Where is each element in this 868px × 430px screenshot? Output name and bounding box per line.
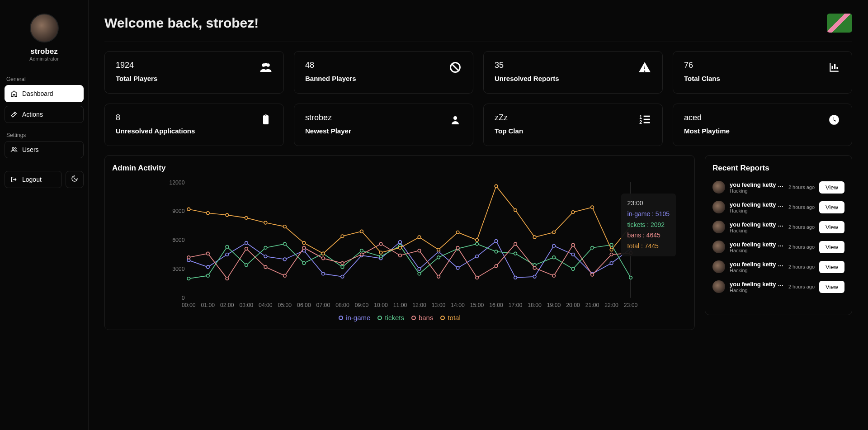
view-button[interactable]: View	[819, 241, 844, 253]
users-icon	[10, 146, 18, 153]
stat-value: zZz	[495, 113, 523, 123]
stat-value: 35	[495, 61, 559, 70]
view-button[interactable]: View	[819, 281, 844, 293]
svg-point-51	[322, 272, 325, 275]
legend-item[interactable]: tickets	[377, 314, 404, 321]
svg-point-136	[571, 211, 575, 214]
view-button[interactable]: View	[819, 221, 844, 233]
sidebar-item-label: Dashboard	[22, 90, 53, 97]
stat-label: Most Playtime	[684, 127, 730, 135]
chart-title: Admin Activity	[112, 164, 687, 173]
svg-point-93	[207, 252, 210, 255]
svg-point-131	[476, 239, 479, 242]
stat-label: Newest Player	[305, 127, 351, 135]
svg-point-46	[226, 253, 229, 256]
report-item: you feeling ketty rrr... Hacking 2 hours…	[712, 277, 844, 297]
stat-card[interactable]: strobez Newest Player	[294, 104, 473, 146]
report-item: you feeling ketty rrr... Hacking 2 hours…	[712, 257, 844, 277]
svg-point-78	[379, 255, 382, 258]
svg-text:04:00: 04:00	[259, 302, 273, 308]
svg-point-119	[245, 217, 248, 220]
sidebar: strobez Administrator General Dashboard …	[0, 0, 89, 430]
ban-icon	[448, 61, 462, 74]
svg-point-56	[418, 267, 421, 270]
sidebar-item-actions[interactable]: Actions	[5, 106, 84, 123]
svg-point-98	[302, 246, 306, 250]
legend-item[interactable]: bans	[411, 314, 434, 321]
chart-area[interactable]: 03000600090001200000:0001:0002:0003:0004…	[112, 177, 687, 313]
report-title: you feeling ketty rrr...	[730, 221, 784, 228]
report-time: 2 hours ago	[788, 184, 815, 190]
legend-label: bans	[419, 314, 434, 321]
svg-text:08:00: 08:00	[335, 302, 349, 308]
divider	[104, 42, 852, 42]
view-button[interactable]: View	[819, 261, 844, 273]
legend-item[interactable]: in-game	[339, 314, 370, 321]
avatar	[712, 221, 725, 233]
svg-point-74	[302, 262, 306, 265]
report-category: Hacking	[730, 228, 784, 233]
logout-label: Logout	[22, 176, 42, 183]
report-time: 2 hours ago	[788, 244, 815, 250]
stat-card[interactable]: 8 Unresolved Applications	[104, 104, 284, 146]
svg-text:0: 0	[182, 295, 185, 301]
stat-value: 1924	[116, 61, 157, 70]
svg-point-117	[207, 212, 210, 215]
svg-text:18:00: 18:00	[528, 302, 542, 308]
home-icon	[10, 90, 18, 97]
sidebar-item-dashboard[interactable]: Dashboard	[5, 85, 84, 102]
svg-point-123	[322, 252, 325, 255]
avatar	[712, 181, 725, 194]
sidebar-item-users[interactable]: Users	[5, 141, 84, 158]
stat-card[interactable]: 1924 Total Players	[104, 51, 284, 94]
svg-text:22:00: 22:00	[604, 302, 618, 308]
theme-toggle-button[interactable]	[66, 171, 84, 188]
svg-point-84	[495, 250, 498, 253]
view-button[interactable]: View	[819, 201, 844, 213]
report-title: you feeling ketty rrr...	[730, 241, 784, 248]
svg-point-58	[456, 266, 459, 269]
stat-label: Total Players	[116, 75, 157, 82]
svg-line-6	[452, 64, 458, 71]
stat-card[interactable]: 76 Total Clans	[673, 51, 852, 94]
stat-card[interactable]: 35 Unresolved Reports	[483, 51, 663, 94]
svg-point-110	[533, 266, 536, 269]
section-general-label: General	[6, 76, 84, 82]
avatar	[30, 14, 59, 43]
svg-point-87	[552, 256, 556, 259]
report-time: 2 hours ago	[788, 284, 815, 289]
report-title: you feeling ketty rrr...	[730, 261, 784, 268]
main-content: Welcome back, strobez! 1924 Total Player…	[89, 0, 868, 430]
svg-text:1: 1	[639, 114, 642, 120]
report-category: Hacking	[730, 288, 784, 293]
tooltip-row: bans : 4645	[627, 230, 670, 241]
report-time: 2 hours ago	[788, 224, 815, 230]
svg-point-124	[341, 235, 344, 238]
svg-point-137	[591, 206, 594, 209]
legend-item[interactable]: total	[440, 314, 460, 321]
stat-card[interactable]: 48 Banned Players	[294, 51, 473, 94]
svg-text:01:00: 01:00	[201, 302, 215, 308]
svg-point-104	[418, 249, 421, 252]
report-category: Hacking	[730, 248, 784, 253]
svg-point-101	[360, 253, 363, 256]
svg-point-69	[207, 274, 210, 277]
chart-legend: in-gameticketsbanstotal	[112, 314, 687, 321]
svg-point-120	[264, 221, 267, 224]
avatar	[712, 241, 725, 253]
svg-point-45	[207, 265, 210, 269]
legend-dot-icon	[440, 316, 445, 320]
report-category: Hacking	[730, 208, 784, 213]
svg-point-129	[437, 248, 440, 251]
logout-button[interactable]: Logout	[5, 171, 62, 188]
stat-card[interactable]: zZz Top Clan 12	[483, 104, 663, 146]
view-button[interactable]: View	[819, 181, 844, 194]
reports-list[interactable]: you feeling ketty rrr... Hacking 2 hours…	[712, 177, 848, 311]
tooltip-row: tickets : 2092	[627, 220, 670, 231]
svg-point-116	[187, 208, 190, 211]
svg-point-68	[187, 277, 190, 280]
svg-text:15:00: 15:00	[470, 302, 484, 308]
svg-text:2: 2	[639, 119, 642, 125]
stat-card[interactable]: aced Most Playtime	[673, 104, 852, 146]
svg-point-97	[283, 274, 287, 277]
